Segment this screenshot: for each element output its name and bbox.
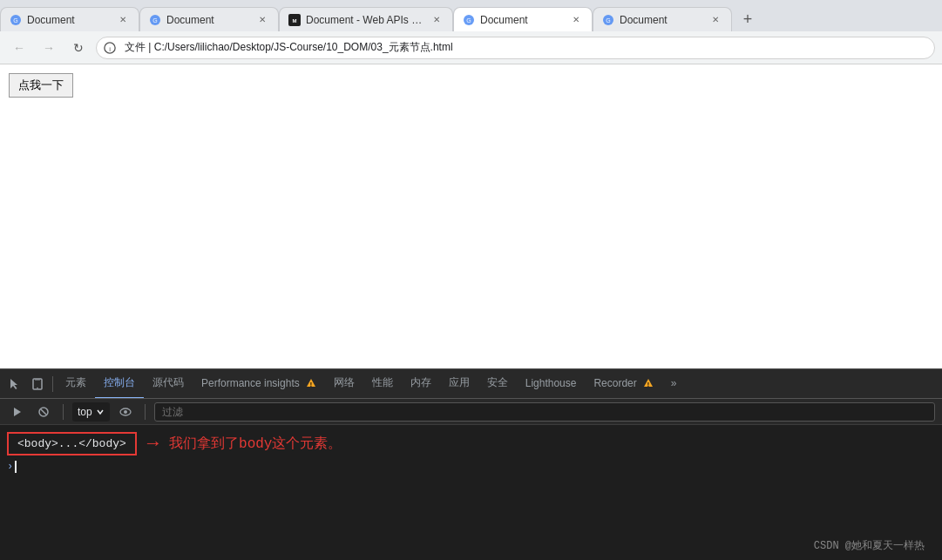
page-content: 点我一下: [0, 64, 942, 368]
devtools-tab-lighthouse-label: Lighthouse: [525, 377, 577, 389]
click-button[interactable]: 点我一下: [9, 73, 73, 98]
browser-tab-5[interactable]: G Document ✕: [593, 7, 732, 31]
svg-text:G: G: [606, 17, 610, 24]
toolbar-separator-1: [63, 404, 64, 420]
devtools-tab-recorder[interactable]: Recorder !: [585, 369, 661, 399]
devtools-tab-security-label: 安全: [487, 375, 508, 390]
browser-tab-3[interactable]: M Document - Web APIs | MDN ✕: [279, 7, 453, 31]
annotation-text: 我们拿到了body这个元素。: [169, 435, 342, 453]
browser-tab-4[interactable]: G Document ✕: [453, 7, 593, 31]
devtools-panel: 元素 控制台 源代码 Performance insights ! 网络: [0, 368, 942, 560]
devtools-tab-performance-label: 性能: [372, 375, 393, 390]
devtools-tab-memory[interactable]: 内存: [402, 369, 440, 399]
performance-insights-warning-icon: !: [306, 378, 316, 388]
console-caret-icon: ›: [7, 461, 13, 473]
chevron-down-icon: [96, 408, 105, 416]
devtools-tab-network[interactable]: 网络: [325, 369, 363, 399]
back-button[interactable]: ←: [7, 36, 31, 60]
tab-close-3[interactable]: ✕: [430, 13, 444, 27]
devtools-tab-elements[interactable]: 元素: [57, 369, 95, 399]
devtools-tab-console[interactable]: 控制台: [95, 369, 144, 399]
devtools-tab-performance-insights[interactable]: Performance insights !: [193, 369, 325, 399]
cursor-icon: [8, 377, 22, 391]
devtools-tab-security[interactable]: 安全: [478, 369, 517, 399]
console-body-row: <body>...</body> → 我们拿到了body这个元素。: [7, 428, 935, 459]
svg-rect-14: [35, 379, 40, 380]
svg-marker-20: [14, 408, 21, 416]
tab-favicon-2: G: [149, 14, 161, 26]
context-label: top: [78, 406, 92, 418]
svg-text:G: G: [466, 17, 471, 24]
devtools-tab-sources[interactable]: 源代码: [144, 369, 193, 399]
console-eye-button[interactable]: [115, 401, 136, 422]
context-selector[interactable]: top: [72, 402, 110, 422]
browser-viewport: 点我一下: [0, 64, 942, 560]
svg-line-22: [41, 409, 46, 415]
devtools-tab-elements-label: 元素: [65, 375, 86, 390]
body-tag-output: <body>...</body>: [7, 432, 137, 455]
devtools-inspect-icon[interactable]: [3, 373, 26, 395]
address-input[interactable]: i 文件 | C:/Users/lilichao/Desktop/JS-Cour…: [96, 37, 935, 59]
devtools-tab-performance[interactable]: 性能: [363, 369, 402, 399]
devtools-device-icon[interactable]: [26, 373, 49, 395]
svg-text:M: M: [293, 18, 297, 24]
toolbar-separator-2: [145, 404, 146, 420]
tab-close-5[interactable]: ✕: [708, 13, 722, 27]
svg-text:!: !: [647, 381, 649, 387]
browser-tab-2[interactable]: G Document ✕: [139, 7, 279, 31]
tab-bar: G Document ✕ G Document ✕ M Document - W…: [0, 0, 942, 31]
forward-button[interactable]: →: [37, 36, 61, 60]
devtools-tab-recorder-label: Recorder: [593, 377, 636, 389]
devtools-tab-application-label: 应用: [449, 375, 470, 390]
new-tab-button[interactable]: +: [735, 7, 760, 31]
tab-close-2[interactable]: ✕: [255, 13, 269, 27]
stop-icon: [37, 406, 50, 418]
run-icon: [11, 406, 24, 418]
console-cursor: [15, 461, 17, 473]
url-text: 文件 | C:/Users/lilichao/Desktop/JS-Course…: [121, 40, 453, 55]
console-cursor-line: ›: [7, 459, 935, 475]
tab-label-5: Document: [620, 14, 703, 26]
devtools-separator-1: [52, 376, 53, 392]
devtools-tab-memory-label: 内存: [410, 375, 431, 390]
secure-icon: i: [104, 42, 116, 54]
devtools-tab-more[interactable]: »: [662, 369, 686, 399]
svg-text:G: G: [152, 17, 157, 24]
tab-favicon-5: G: [602, 14, 614, 26]
tab-favicon-3: M: [288, 14, 301, 26]
tab-label-1: Document: [27, 14, 111, 26]
tab-label-2: Document: [166, 14, 250, 26]
devtools-more-label: »: [671, 377, 677, 389]
tab-close-4[interactable]: ✕: [569, 13, 583, 27]
console-content: <body>...</body> → 我们拿到了body这个元素。 › CSDN…: [0, 425, 942, 560]
devtools-tab-application[interactable]: 应用: [440, 369, 478, 399]
tab-close-1[interactable]: ✕: [116, 13, 130, 27]
eye-icon: [119, 405, 132, 419]
devtools-tab-sources-label: 源代码: [152, 375, 184, 390]
tab-favicon-1: G: [10, 14, 22, 26]
devtools-toolbar: top: [0, 399, 942, 425]
console-run-button[interactable]: [7, 401, 28, 422]
svg-point-15: [37, 387, 38, 388]
annotation-arrow: →: [147, 433, 159, 455]
svg-text:G: G: [13, 17, 17, 24]
browser-window: G Document ✕ G Document ✕ M Document - W…: [0, 0, 942, 560]
console-filter-input[interactable]: [154, 402, 935, 422]
address-bar: ← → ↻ i 文件 | C:/Users/lilichao/Desktop/J…: [0, 31, 942, 64]
console-stop-button[interactable]: [33, 401, 54, 422]
reload-button[interactable]: ↻: [66, 36, 91, 60]
svg-marker-12: [10, 379, 17, 389]
svg-text:i: i: [109, 44, 111, 52]
device-icon: [30, 377, 44, 391]
devtools-tab-console-label: 控制台: [104, 375, 135, 390]
tab-label-4: Document: [480, 14, 564, 26]
tab-label-3: Document - Web APIs | MDN: [306, 14, 424, 26]
svg-text:!: !: [310, 381, 312, 387]
devtools-tab-lighthouse[interactable]: Lighthouse: [517, 369, 586, 399]
devtools-tab-performance-insights-label: Performance insights: [201, 377, 300, 389]
svg-point-24: [124, 410, 127, 414]
devtools-tab-bar: 元素 控制台 源代码 Performance insights ! 网络: [0, 369, 942, 399]
csdn-watermark: CSDN @她和夏天一样热: [814, 538, 925, 553]
devtools-tab-network-label: 网络: [334, 375, 355, 390]
browser-tab-1[interactable]: G Document ✕: [0, 7, 139, 31]
